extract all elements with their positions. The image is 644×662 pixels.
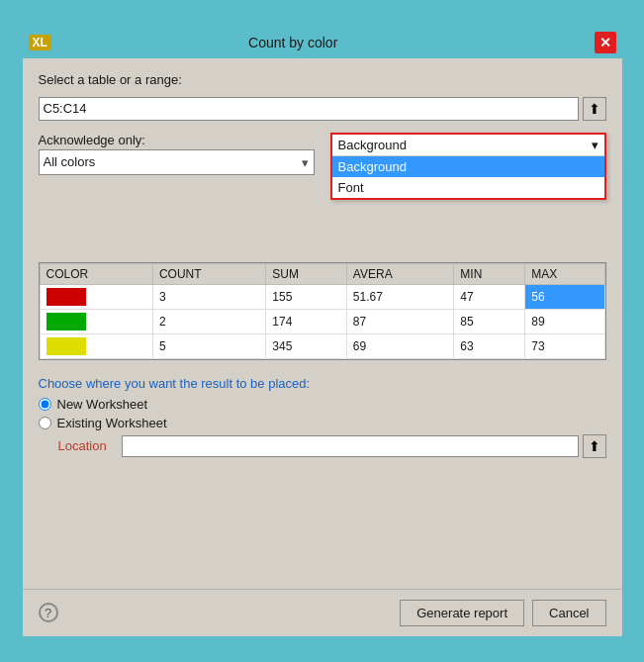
table-row: 315551.674756 <box>40 284 604 309</box>
existing-worksheet-row: Existing Worksheet <box>39 416 606 430</box>
cell-color <box>40 284 152 309</box>
cell-color <box>40 309 152 333</box>
col-header-max: MAX <box>525 263 604 284</box>
count-by-color-col: Count by color of: Background ▾ Backgrou… <box>330 133 606 149</box>
existing-worksheet-radio[interactable] <box>39 417 51 429</box>
dialog-container: XL Count by color ✕ Select a table or a … <box>21 25 624 638</box>
location-input[interactable] <box>122 435 579 457</box>
generate-report-button[interactable]: Generate report <box>400 600 524 626</box>
new-worksheet-row: New Worksheet <box>39 397 606 412</box>
cancel-button[interactable]: Cancel <box>532 600 605 626</box>
dropdown-selected-value: Background <box>338 138 407 152</box>
data-table: COLOR COUNT SUM AVERA MIN MAX 315551.674… <box>40 263 605 359</box>
new-worksheet-label: New Worksheet <box>57 397 148 412</box>
range-upload-button[interactable]: ⬆ <box>583 97 606 121</box>
location-label: Location <box>58 438 118 453</box>
range-label: Select a table or a range: <box>39 72 606 87</box>
dropdown-item-font[interactable]: Font <box>332 177 604 198</box>
location-row: Location ⬆ <box>58 434 606 458</box>
cell-sum: 345 <box>266 333 347 358</box>
options-row: Acknowledge only: All colors Count by co… <box>39 133 606 175</box>
new-worksheet-radio[interactable] <box>39 398 51 411</box>
col-header-avg: AVERA <box>346 263 454 284</box>
cell-min: 63 <box>454 333 525 358</box>
acknowledge-select[interactable]: All colors <box>39 149 315 175</box>
title-bar-left: XL <box>29 35 51 50</box>
count-by-color-dropdown[interactable]: Background ▾ Background Font <box>330 133 606 200</box>
cell-count: 2 <box>152 309 265 333</box>
location-upload-button[interactable]: ⬆ <box>583 434 606 458</box>
cell-min: 47 <box>454 284 525 309</box>
range-row: ⬆ <box>39 97 606 121</box>
cell-count: 5 <box>152 333 265 358</box>
table-row: 2174878589 <box>40 309 604 333</box>
cell-max: 56 <box>525 284 604 309</box>
dropdown-item-background[interactable]: Background <box>332 156 604 177</box>
acknowledge-select-wrapper: All colors <box>39 149 315 175</box>
cell-sum: 174 <box>266 309 347 333</box>
help-icon[interactable]: ? <box>39 603 58 622</box>
xl-badge: XL <box>29 35 51 50</box>
table-header-row: COLOR COUNT SUM AVERA MIN MAX <box>40 263 604 284</box>
chevron-down-icon: ▾ <box>592 138 598 152</box>
cell-avg: 69 <box>346 333 454 358</box>
range-input[interactable] <box>39 97 579 121</box>
dialog-body: Select a table or a range: ⬆ Acknowledge… <box>23 58 622 589</box>
close-button[interactable]: ✕ <box>595 32 616 53</box>
footer: ? Generate report Cancel <box>23 589 622 636</box>
dropdown-header[interactable]: Background ▾ <box>332 135 604 156</box>
cell-max: 89 <box>525 309 604 333</box>
footer-buttons: Generate report Cancel <box>400 600 605 626</box>
existing-worksheet-label: Existing Worksheet <box>57 416 167 430</box>
result-section: Choose where you want the result to be p… <box>39 376 606 458</box>
table-row: 5345696373 <box>40 333 604 358</box>
acknowledge-label: Acknowledge only: <box>39 133 315 147</box>
cell-color <box>40 333 152 358</box>
cell-min: 85 <box>454 309 525 333</box>
result-label: Choose where you want the result to be p… <box>39 376 606 391</box>
col-header-sum: SUM <box>266 263 347 284</box>
dialog-title: Count by color <box>51 35 535 50</box>
col-header-color: COLOR <box>40 263 152 284</box>
cell-avg: 87 <box>346 309 454 333</box>
title-bar: XL Count by color ✕ <box>23 27 622 58</box>
cell-max: 73 <box>525 333 604 358</box>
cell-avg: 51.67 <box>346 284 454 309</box>
cell-count: 3 <box>152 284 265 309</box>
col-header-min: MIN <box>454 263 525 284</box>
cell-sum: 155 <box>266 284 347 309</box>
col-header-count: COUNT <box>152 263 265 284</box>
acknowledge-col: Acknowledge only: All colors <box>39 133 315 175</box>
data-table-container: COLOR COUNT SUM AVERA MIN MAX 315551.674… <box>39 262 606 360</box>
